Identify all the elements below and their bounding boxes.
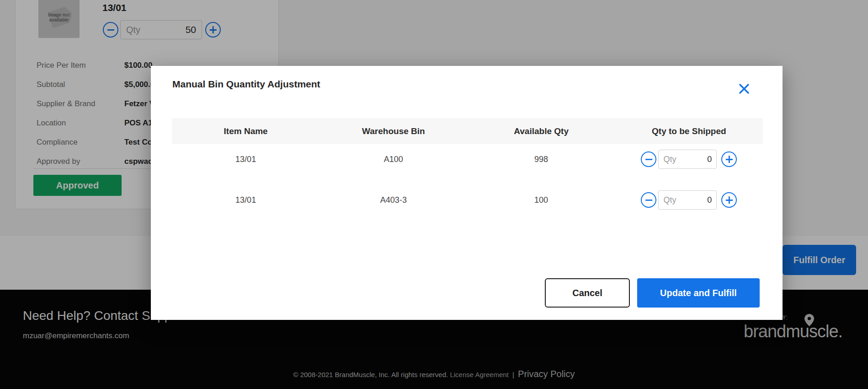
plus-icon[interactable]: +	[721, 151, 737, 167]
cancel-button[interactable]: Cancel	[545, 278, 630, 308]
minus-icon[interactable]: −	[641, 192, 656, 208]
page-root: Image not available 13/01 − Qty + Price …	[0, 0, 868, 389]
available-qty-cell: 100	[468, 195, 615, 205]
qty-field-label: Qty	[663, 195, 693, 205]
warehouse-bin-cell: A403-3	[320, 195, 467, 205]
table-row: 13/01 A403-3 100 − Qty +	[172, 190, 763, 210]
plus-icon[interactable]: +	[721, 192, 737, 208]
qty-to-ship-stepper: − Qty +	[615, 190, 763, 210]
column-header-available-qty: Available Qty	[468, 126, 615, 136]
update-and-fulfill-button[interactable]: Update and Fulfill	[637, 278, 760, 308]
column-header-item-name: Item Name	[172, 126, 320, 136]
modal-button-row: Cancel Update and Fulfill	[545, 278, 760, 308]
close-icon[interactable]	[735, 80, 753, 98]
item-name-cell: 13/01	[172, 195, 320, 205]
column-header-qty-to-be-shipped: Qty to be Shipped	[615, 126, 763, 136]
column-header-warehouse-bin: Warehouse Bin	[320, 126, 467, 136]
qty-to-ship-stepper: − Qty +	[615, 150, 763, 169]
qty-to-ship-input[interactable]	[693, 155, 712, 164]
qty-to-ship-input[interactable]	[693, 195, 712, 205]
qty-field[interactable]: Qty	[658, 190, 717, 210]
minus-icon[interactable]: −	[641, 151, 656, 167]
warehouse-bin-cell: A100	[320, 155, 467, 164]
item-name-cell: 13/01	[172, 155, 320, 164]
table-row: 13/01 A100 998 − Qty +	[172, 149, 763, 169]
table-header-row: Item Name Warehouse Bin Available Qty Qt…	[172, 118, 763, 144]
modal-title: Manual Bin Quantity Adjustment	[172, 79, 320, 90]
qty-field[interactable]: Qty	[658, 150, 717, 169]
manual-bin-adjustment-modal: Manual Bin Quantity Adjustment Item Name…	[151, 66, 783, 320]
qty-field-label: Qty	[663, 155, 693, 164]
available-qty-cell: 998	[468, 155, 615, 164]
